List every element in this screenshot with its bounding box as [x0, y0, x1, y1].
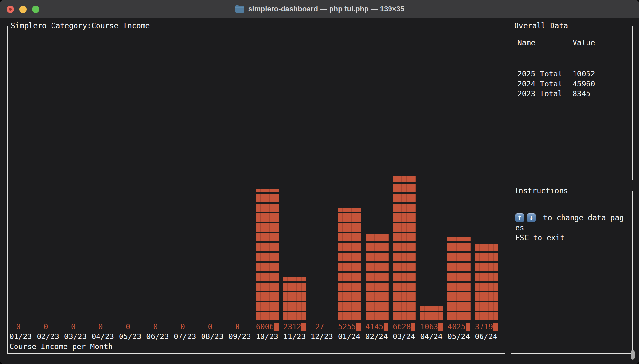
- overall-data-title: Overall Data: [513, 21, 569, 30]
- bar-segment: [393, 253, 416, 261]
- bar-segment: [274, 323, 279, 331]
- bar-segment: [438, 323, 443, 331]
- chart-column: 231211/23: [283, 277, 306, 341]
- scrollbar-thumb[interactable]: [631, 350, 635, 360]
- bar-segment: [256, 312, 279, 320]
- chart-column: 009/23: [228, 322, 251, 342]
- keys-line: ↑ ↓ to change data pag: [515, 213, 629, 223]
- chart-column: 005/23: [119, 322, 142, 342]
- bar-segment: [338, 253, 361, 261]
- bar-segment: [447, 302, 471, 311]
- bar-value-label: 0: [174, 322, 192, 332]
- bar-segment: [338, 263, 361, 271]
- bar-value-label: 0: [9, 322, 28, 332]
- bar-segment: [393, 273, 416, 281]
- bar-value-row: 27: [311, 322, 334, 332]
- bar-segment: [301, 323, 306, 331]
- bar-segment: [256, 283, 279, 291]
- instructions-title: Instructions: [513, 186, 569, 196]
- row-name: 2023 Total: [517, 89, 573, 99]
- bar-value-label: 0: [201, 322, 219, 332]
- overall-table-rows: 2025 Total 10052 2024 Total 45960 2023 T…: [517, 69, 595, 99]
- bar-segment: [366, 263, 389, 271]
- window-title: simplero-dashboard — php tui.php — 139×3…: [248, 5, 404, 13]
- bar-segment: [393, 292, 416, 301]
- bar-value-label: 0: [228, 322, 247, 332]
- bar-segment: [338, 312, 361, 320]
- x-axis-label: 07/23: [174, 332, 197, 341]
- bar-segment: [366, 234, 389, 241]
- bar-segment: [447, 312, 471, 320]
- bar-value-label: 27: [311, 322, 329, 332]
- x-axis-label: 03/24: [393, 332, 416, 341]
- bar-segment: [338, 302, 361, 311]
- bar-value-label: 4145: [366, 322, 384, 332]
- bar-value-row: 1063: [420, 322, 443, 332]
- bar-segment: [366, 292, 389, 301]
- bar-segment: [393, 312, 416, 320]
- bar-segment: [338, 283, 361, 291]
- bar-segment: [393, 243, 416, 251]
- terminal-content: Simplero Category:Course Income 001/2300…: [0, 18, 639, 364]
- keys-line-text: to change data pag: [539, 213, 624, 223]
- bar-value-row: 0: [9, 322, 32, 332]
- bar-segment: [366, 243, 389, 251]
- window-title-group: simplero-dashboard — php tui.php — 139×3…: [235, 5, 404, 13]
- main-panel: Simplero Category:Course Income 001/2300…: [7, 26, 505, 354]
- bar-segment: [366, 273, 389, 281]
- bar-segment: [393, 194, 416, 202]
- bar-segment: [447, 253, 471, 261]
- bar-segment: [393, 302, 416, 311]
- x-axis-label: 08/23: [201, 332, 224, 341]
- bar-segment: [475, 273, 498, 281]
- chart-column: 525501/24: [338, 208, 361, 341]
- row-value: 10052: [573, 69, 595, 79]
- chart-column: 003/23: [64, 322, 87, 342]
- bar-value-label: 0: [119, 322, 137, 332]
- title-bar[interactable]: simplero-dashboard — php tui.php — 139×3…: [0, 0, 639, 18]
- bar-segment: [283, 283, 306, 291]
- column-header-name: Name: [517, 38, 573, 48]
- minimize-button[interactable]: [19, 6, 27, 13]
- edited-indicator-icon: [9, 8, 12, 11]
- bar-value-row: 4025: [447, 322, 471, 332]
- bar-segment: [447, 292, 471, 301]
- bar-segment: [283, 292, 306, 301]
- bar-segment: [393, 233, 416, 241]
- bar-value-label: 6628: [393, 322, 411, 332]
- folder-icon: [235, 5, 245, 13]
- x-axis-label: 05/23: [119, 332, 142, 341]
- chart-caption: Course Income per Month: [9, 342, 113, 351]
- bar-segment: [475, 253, 498, 261]
- bar-segment: [256, 273, 279, 281]
- bar-segment: [475, 283, 498, 291]
- bar-segment: [447, 283, 471, 291]
- x-axis-label: 02/23: [37, 332, 60, 341]
- zoom-button[interactable]: [32, 6, 39, 13]
- bar-segment: [256, 302, 279, 311]
- bar-segment: [411, 323, 415, 331]
- row-value: 45960: [573, 79, 595, 89]
- bar-segment: [420, 306, 443, 310]
- bar-segment: [283, 312, 306, 320]
- exit-line: ESC to exit: [515, 233, 629, 243]
- x-axis-label: 06/24: [475, 332, 498, 341]
- bar-segment: [393, 283, 416, 291]
- bar-segment: [256, 263, 279, 271]
- bar-value-row: 3719: [475, 322, 498, 332]
- bar-value-label: 6006: [256, 322, 274, 332]
- chart-column: 004/23: [92, 322, 115, 342]
- x-axis-label: 11/23: [283, 332, 306, 341]
- bar-segment: [256, 233, 279, 241]
- overall-table-header: Name Value: [517, 38, 595, 48]
- chart-column: 662803/24: [393, 176, 416, 341]
- bar-segment: [393, 204, 416, 212]
- close-button[interactable]: [7, 6, 14, 13]
- chart-column: 002/23: [37, 322, 60, 342]
- main-panel-title: Simplero Category:Course Income: [10, 21, 151, 30]
- terminal-window: simplero-dashboard — php tui.php — 139×3…: [0, 0, 639, 364]
- bar-segment: [466, 323, 470, 331]
- x-axis-label: 01/24: [338, 332, 361, 341]
- bar-segment: [256, 194, 279, 202]
- x-axis-label: 06/23: [146, 332, 169, 341]
